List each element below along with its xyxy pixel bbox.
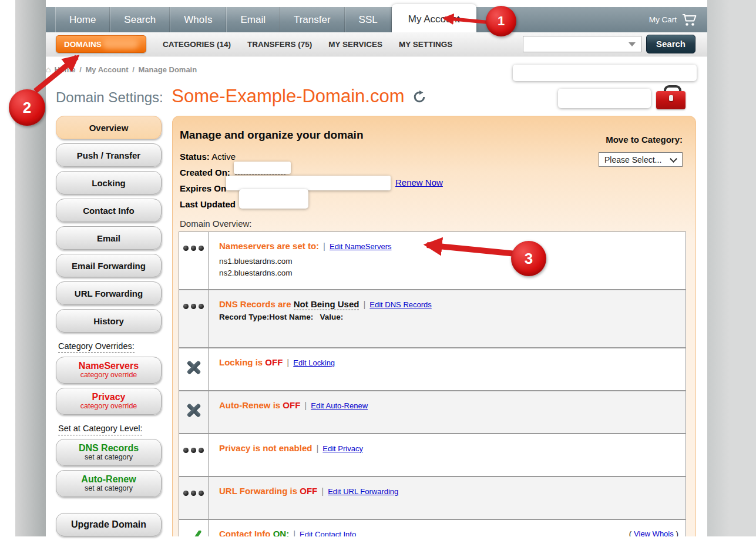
- edit-auto-renew-link[interactable]: Edit Auto-Renew: [311, 401, 368, 410]
- nameserver-list: ns1.bluestardns.comns2.bluestardns.com: [219, 256, 677, 280]
- nav-tab-transfer[interactable]: Transfer: [280, 7, 345, 32]
- nav-tab-email[interactable]: Email: [226, 7, 280, 32]
- row-body: URL Forwarding is OFF|Edit URL Forwardin…: [209, 477, 686, 519]
- move-to-category-label: Move to Category:: [599, 135, 683, 145]
- nav-tab-my-account[interactable]: My Account: [392, 4, 476, 32]
- sub-nav-items: DOMAINSCATEGORIES (14)TRANSFERS (75)MY S…: [46, 35, 452, 53]
- search-button[interactable]: Search: [646, 35, 695, 53]
- view-whois-link[interactable]: View Whois: [634, 529, 674, 536]
- row-status-icon-cell: [179, 348, 209, 390]
- row-title-text: OFF: [265, 357, 283, 367]
- row-status-icon-cell: [179, 232, 209, 289]
- subnav-tab-categories-14[interactable]: CATEGORIES (14): [163, 40, 231, 49]
- refresh-icon[interactable]: [413, 90, 426, 103]
- row-status-icon-cell: [179, 290, 209, 347]
- nav-tab-home[interactable]: Home: [55, 7, 110, 32]
- sidebar-tab-email[interactable]: Email: [56, 226, 162, 250]
- overview-row-edit-dns-records: DNS Records are Not Being Used|Edit DNS …: [179, 289, 686, 347]
- set-at-category-heading: Set at Category Level:: [58, 424, 162, 433]
- subnav-tab-my-services[interactable]: MY SERVICES: [328, 40, 382, 49]
- separator: |: [287, 357, 289, 367]
- breadcrumb: ⌂Home / My Account / Manage Domain: [46, 65, 197, 74]
- subnav-search-area: Search: [523, 35, 707, 53]
- nameserver-value: ns1.bluestardns.com: [219, 256, 677, 267]
- annotation-badge-2: 2: [9, 89, 45, 126]
- sub-navigation: DOMAINSCATEGORIES (14)TRANSFERS (75)MY S…: [46, 32, 707, 56]
- home-icon: ⌂: [46, 65, 51, 74]
- page-right-margin: [707, 0, 756, 536]
- sidebar: OverviewPush / TransferLockingContact In…: [56, 116, 162, 541]
- nav-tab-search[interactable]: Search: [110, 7, 170, 32]
- top-navigation: HomeSearchWhoIsEmailTransferSSLMy Accoun…: [46, 7, 707, 32]
- renew-now-link[interactable]: Renew Now: [395, 177, 443, 187]
- breadcrumb-separator: /: [78, 65, 84, 74]
- move-to-category-select[interactable]: Please Select...: [599, 152, 683, 167]
- row-body: Nameservers are set to:|Edit NameServers…: [209, 232, 686, 289]
- sidebar-tab-email-forwarding[interactable]: Email Forwarding: [56, 254, 162, 277]
- overview-row-edit-url-forwarding: URL Forwarding is OFF|Edit URL Forwardin…: [179, 476, 686, 519]
- subnav-tab-my-settings[interactable]: MY SETTINGS: [399, 40, 452, 49]
- toolbox-icon[interactable]: [656, 85, 686, 110]
- screenshot-root: HomeSearchWhoIsEmailTransferSSLMy Accoun…: [0, 0, 756, 547]
- page-title-row: Domain Settings: Some-Example-Domain.com: [56, 86, 426, 107]
- ellipsis-icon: [183, 304, 204, 347]
- override-nameservers[interactable]: NameServerscategory override: [56, 357, 162, 384]
- category-overrides-heading: Category Overrides:: [58, 341, 162, 351]
- redacted-updated-date: [239, 189, 308, 209]
- domain-name: Some-Example-Domain.com: [172, 86, 404, 106]
- redacted-box: [558, 89, 651, 108]
- upgrade-domain-button[interactable]: Upgrade Domain: [56, 513, 162, 536]
- chevron-down-icon: [670, 155, 677, 163]
- override-privacy[interactable]: Privacycategory override: [56, 388, 162, 415]
- edit-privacy-link[interactable]: Edit Privacy: [322, 444, 363, 453]
- nav-tab-ssl[interactable]: SSL: [345, 7, 392, 32]
- breadcrumb-manage-domain[interactable]: Manage Domain: [138, 65, 197, 74]
- row-title: Nameservers are set to:|Edit NameServers: [219, 241, 677, 251]
- category-auto-renew[interactable]: Auto-Renewset at category: [56, 470, 162, 497]
- sidebar-tab-contact-info[interactable]: Contact Info: [56, 199, 162, 222]
- row-title: URL Forwarding is OFF|Edit URL Forwardin…: [219, 486, 677, 496]
- redacted-count-blob: [102, 38, 139, 49]
- edit-dns-records-link[interactable]: Edit DNS Records: [369, 300, 431, 309]
- row-title-text: DNS Records are: [219, 299, 294, 309]
- row-title: Privacy is not enabled|Edit Privacy: [219, 443, 677, 453]
- sidebar-tab-locking[interactable]: Locking: [56, 171, 162, 194]
- top-nav-items: HomeSearchWhoIsEmailTransferSSLMy Accoun…: [55, 7, 476, 32]
- sidebar-tab-overview[interactable]: Overview: [56, 116, 162, 139]
- category-dns-records[interactable]: DNS Recordsset at category: [56, 439, 162, 466]
- separator: |: [321, 486, 324, 496]
- row-title-text: URL Forwarding is: [219, 486, 300, 496]
- sidebar-tab-url-forwarding[interactable]: URL Forwarding: [56, 281, 162, 305]
- row-body: Locking is OFF|Edit Locking: [209, 348, 686, 390]
- sidebar-tab-push-transfer[interactable]: Push / Transfer: [56, 143, 162, 167]
- domain-search-combobox[interactable]: [523, 36, 641, 52]
- edit-contact-info-link[interactable]: Edit Contact Info: [300, 530, 356, 536]
- row-title: DNS Records are Not Being Used|Edit DNS …: [219, 299, 677, 309]
- row-body: DNS Records are Not Being Used|Edit DNS …: [209, 290, 686, 347]
- subnav-tab-transfers-75[interactable]: TRANSFERS (75): [247, 40, 312, 49]
- subnav-tab-label: DOMAINS: [64, 40, 102, 49]
- row-title-text: OFF: [283, 400, 300, 410]
- x-icon: [186, 359, 202, 375]
- nav-tab-whois[interactable]: WhoIs: [170, 7, 226, 32]
- domain-overview-table: Nameservers are set to:|Edit NameServers…: [179, 231, 686, 536]
- separator: |: [323, 241, 325, 251]
- redacted-dashed-line: [235, 174, 285, 174]
- subnav-tab-domains[interactable]: DOMAINS: [56, 35, 146, 53]
- row-title: Contact Info ON:|Edit Contact Info: [219, 529, 677, 536]
- cart-icon: [682, 14, 698, 26]
- row-body: Contact Info ON:|Edit Contact Info( View…: [209, 520, 686, 536]
- edit-url-forwarding-link[interactable]: Edit URL Forwarding: [328, 487, 398, 496]
- edit-nameservers-link[interactable]: Edit NameServers: [330, 242, 391, 251]
- chevron-down-icon: [629, 42, 636, 46]
- breadcrumb-separator: /: [130, 65, 137, 74]
- my-cart-button[interactable]: My Cart: [649, 7, 707, 32]
- redacted-box: [513, 65, 697, 81]
- annotation-badge-1: 1: [486, 6, 516, 36]
- edit-locking-link[interactable]: Edit Locking: [293, 358, 335, 367]
- move-to-category: Move to Category: Please Select...: [599, 135, 683, 167]
- sidebar-tab-history[interactable]: History: [56, 309, 162, 333]
- breadcrumb-my-account[interactable]: My Account: [85, 65, 128, 74]
- separator: |: [293, 529, 295, 536]
- breadcrumb-home[interactable]: Home: [54, 65, 75, 74]
